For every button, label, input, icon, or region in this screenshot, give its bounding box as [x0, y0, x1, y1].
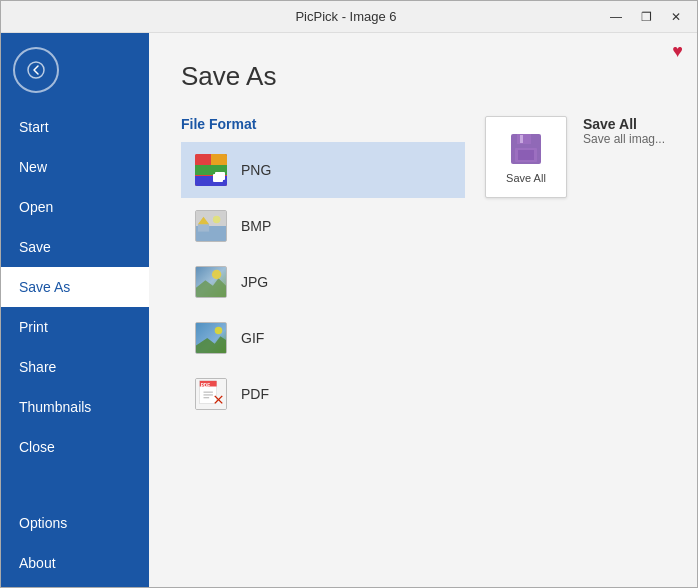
save-all-button[interactable]: Save All [485, 116, 567, 198]
save-all-title: Save All [583, 116, 665, 132]
format-item-jpg[interactable]: JPG [181, 254, 465, 310]
pdf-icon: PDF [195, 378, 227, 410]
sidebar-item-save[interactable]: Save [1, 227, 149, 267]
sidebar-item-start[interactable]: Start [1, 107, 149, 147]
window-title: PicPick - Image 6 [89, 9, 603, 24]
format-item-png[interactable]: PNG [181, 142, 465, 198]
svg-rect-30 [518, 150, 534, 160]
sidebar-item-save-as[interactable]: Save As [1, 267, 149, 307]
format-item-pdf[interactable]: PDF PDF [181, 366, 465, 422]
svg-rect-28 [520, 135, 523, 143]
sidebar-item-options[interactable]: Options [1, 503, 149, 543]
svg-point-16 [215, 327, 223, 335]
format-item-gif[interactable]: GIF [181, 310, 465, 366]
main-area: ♥ Save As File Format [149, 33, 697, 587]
sidebar-item-thumbnails[interactable]: Thumbnails [1, 387, 149, 427]
save-all-text-block: Save All Save all imag... [583, 116, 665, 146]
svg-point-0 [28, 62, 44, 78]
format-label-bmp: BMP [241, 218, 271, 234]
svg-text:PDF: PDF [201, 383, 210, 388]
minimize-button[interactable]: — [603, 7, 629, 27]
sidebar-item-share[interactable]: Share [1, 347, 149, 387]
section-label: File Format [181, 116, 465, 132]
app-window: PicPick - Image 6 — ❐ ✕ Start New [0, 0, 698, 588]
bmp-icon [195, 210, 227, 242]
save-all-section: Save All Save All Save all imag... [485, 116, 665, 198]
page-title: Save As [181, 61, 665, 92]
sidebar: Start New Open Save Save As Print [1, 33, 149, 587]
content-row: File Format [181, 116, 665, 422]
sidebar-item-about[interactable]: About [1, 543, 149, 583]
close-button[interactable]: ✕ [663, 7, 689, 27]
gif-icon [195, 322, 227, 354]
format-label-pdf: PDF [241, 386, 269, 402]
format-label-png: PNG [241, 162, 271, 178]
sidebar-item-print[interactable]: Print [1, 307, 149, 347]
format-label-gif: GIF [241, 330, 264, 346]
format-label-jpg: JPG [241, 274, 268, 290]
save-all-btn-label: Save All [506, 172, 546, 184]
sidebar-item-new[interactable]: New [1, 147, 149, 187]
nav-bottom: Options About [1, 503, 149, 583]
svg-rect-3 [195, 176, 227, 186]
svg-rect-2 [195, 165, 227, 175]
svg-rect-5 [215, 172, 225, 180]
png-icon [195, 154, 227, 186]
svg-rect-4 [211, 154, 227, 165]
heart-icon: ♥ [672, 41, 683, 62]
nav-items: Start New Open Save Save As Print [1, 107, 149, 587]
format-item-bmp[interactable]: BMP [181, 198, 465, 254]
nav-divider [1, 467, 149, 503]
svg-point-10 [213, 216, 221, 224]
jpg-icon [195, 266, 227, 298]
save-all-disk-icon [507, 130, 545, 168]
maximize-button[interactable]: ❐ [633, 7, 659, 27]
sidebar-item-close[interactable]: Close [1, 427, 149, 467]
title-bar: PicPick - Image 6 — ❐ ✕ [1, 1, 697, 33]
format-list: PNG [181, 142, 465, 422]
svg-rect-27 [517, 134, 531, 144]
window-controls: — ❐ ✕ [603, 7, 689, 27]
svg-point-13 [212, 270, 221, 279]
sidebar-item-open[interactable]: Open [1, 187, 149, 227]
back-button[interactable] [13, 47, 59, 93]
app-body: Start New Open Save Save As Print [1, 33, 697, 587]
file-format-section: File Format [181, 116, 465, 422]
save-all-desc: Save all imag... [583, 132, 665, 146]
svg-rect-8 [198, 224, 209, 232]
